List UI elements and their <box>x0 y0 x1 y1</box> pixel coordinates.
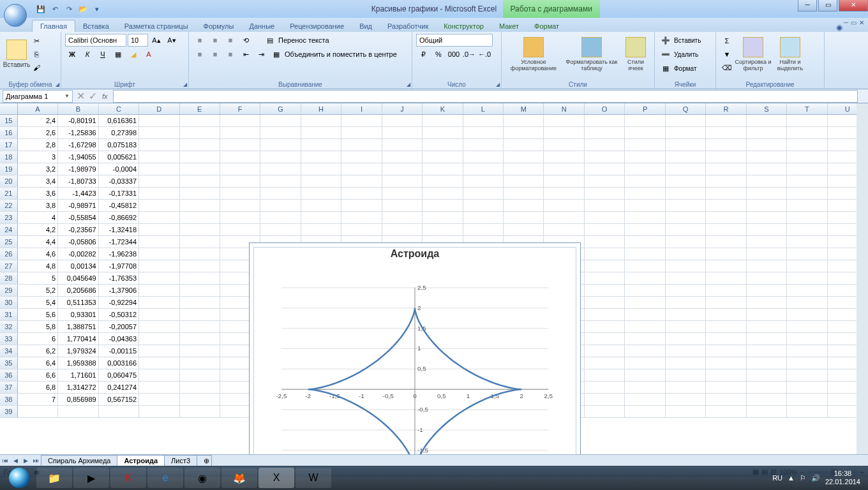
cell[interactable] <box>139 151 179 163</box>
cell[interactable] <box>625 297 665 308</box>
cell[interactable] <box>787 163 827 175</box>
cell[interactable] <box>666 248 706 260</box>
cell[interactable] <box>666 309 706 320</box>
cell[interactable] <box>504 127 544 138</box>
column-header[interactable]: E <box>180 103 220 114</box>
indent-right-icon[interactable]: ⇥ <box>254 48 268 61</box>
currency-icon[interactable]: ₽ <box>416 48 430 61</box>
cell[interactable] <box>625 382 665 393</box>
cell[interactable] <box>180 260 220 272</box>
cell[interactable]: -1,97708 <box>99 260 139 272</box>
cell[interactable] <box>625 115 665 126</box>
task-excel[interactable]: X <box>258 468 294 488</box>
cell[interactable]: 2,4 <box>18 115 58 126</box>
task-ie[interactable]: e <box>147 468 183 488</box>
cell[interactable] <box>706 236 746 248</box>
cell[interactable] <box>625 163 665 175</box>
tab-data[interactable]: Данные <box>241 20 282 32</box>
volume-icon[interactable]: 🔊 <box>811 474 820 482</box>
cell[interactable] <box>423 188 463 199</box>
cell[interactable] <box>666 406 706 417</box>
cell[interactable] <box>423 224 463 235</box>
cell[interactable] <box>747 163 787 175</box>
cell[interactable] <box>706 212 746 223</box>
cell[interactable]: -0,17331 <box>99 188 139 199</box>
column-header[interactable]: G <box>260 103 301 114</box>
cell[interactable]: 1,770414 <box>58 333 98 345</box>
cell[interactable] <box>504 200 544 211</box>
task-firefox[interactable]: 🦊 <box>221 468 257 488</box>
cell[interactable] <box>220 200 260 211</box>
font-size-select[interactable] <box>128 34 148 47</box>
cell[interactable] <box>341 127 382 138</box>
task-chrome[interactable]: ◉ <box>184 468 220 488</box>
cell[interactable] <box>585 394 625 405</box>
cell[interactable] <box>341 175 382 187</box>
cell[interactable] <box>180 357 220 369</box>
cell[interactable]: 1,71601 <box>58 369 98 381</box>
cell[interactable] <box>544 151 584 163</box>
tab-design[interactable]: Конструктор <box>436 20 491 32</box>
cell[interactable] <box>666 151 706 163</box>
cell[interactable] <box>747 369 787 381</box>
cell[interactable]: -1,25836 <box>58 127 98 138</box>
cell[interactable] <box>341 212 382 223</box>
office-button[interactable] <box>4 4 27 27</box>
cell[interactable] <box>220 224 260 235</box>
cell[interactable] <box>260 188 301 199</box>
cell[interactable] <box>706 200 746 211</box>
cell[interactable] <box>585 248 625 260</box>
minimize-button[interactable]: ─ <box>798 0 817 11</box>
cell[interactable] <box>787 188 827 199</box>
percent-icon[interactable]: % <box>431 48 445 61</box>
name-box[interactable]: Диаграмма 1▼ <box>3 90 73 103</box>
cut-icon[interactable]: ✂ <box>29 34 43 47</box>
cell[interactable] <box>787 406 827 417</box>
cell[interactable] <box>180 115 220 126</box>
cell[interactable] <box>787 285 827 296</box>
cell[interactable] <box>625 236 665 248</box>
wrap-text-button[interactable]: Перенос текста <box>278 36 329 44</box>
row-header[interactable]: 27 <box>0 260 18 272</box>
cell[interactable] <box>706 285 746 296</box>
cell[interactable] <box>260 200 301 211</box>
cell[interactable] <box>260 163 301 175</box>
cell[interactable] <box>747 321 787 332</box>
cell[interactable]: 3 <box>18 151 58 163</box>
cell[interactable] <box>666 345 706 357</box>
cell[interactable] <box>625 175 665 187</box>
save-icon[interactable]: 💾 <box>34 3 47 15</box>
decrease-decimal-icon[interactable]: ←.0 <box>477 48 491 61</box>
cell[interactable]: 0,93301 <box>58 309 98 320</box>
cell[interactable] <box>706 224 746 235</box>
doc-close-button[interactable]: ✕ <box>859 19 864 26</box>
comma-icon[interactable]: 000 <box>447 48 461 61</box>
cell[interactable] <box>666 272 706 284</box>
cell[interactable] <box>423 139 463 151</box>
row-header[interactable]: 17 <box>0 139 18 151</box>
cell[interactable]: -1,72344 <box>99 236 139 248</box>
cell[interactable]: -0,20057 <box>99 321 139 332</box>
cell[interactable] <box>706 151 746 163</box>
row-header[interactable]: 24 <box>0 224 18 235</box>
row-header[interactable]: 28 <box>0 272 18 284</box>
cell[interactable] <box>544 188 584 199</box>
cell[interactable]: 5 <box>18 272 58 284</box>
clear-icon[interactable]: ⌫ <box>720 61 734 74</box>
cell[interactable] <box>139 357 179 369</box>
cell[interactable] <box>180 406 220 417</box>
cell[interactable] <box>666 139 706 151</box>
cell[interactable] <box>463 212 504 223</box>
grow-font-icon[interactable]: A▴ <box>149 34 163 47</box>
column-header[interactable]: S <box>747 103 787 114</box>
cell[interactable] <box>666 163 706 175</box>
cell[interactable] <box>787 115 827 126</box>
cell[interactable] <box>706 309 746 320</box>
cell[interactable] <box>180 236 220 248</box>
chart-object[interactable]: Астроида -2,5-2-1,5-1-0,50,511,522,5-2,5… <box>249 242 581 454</box>
cell[interactable] <box>585 260 625 272</box>
task-media[interactable]: ▶ <box>73 468 109 488</box>
row-header[interactable]: 22 <box>0 200 18 211</box>
cell[interactable] <box>625 309 665 320</box>
cell[interactable] <box>706 163 746 175</box>
